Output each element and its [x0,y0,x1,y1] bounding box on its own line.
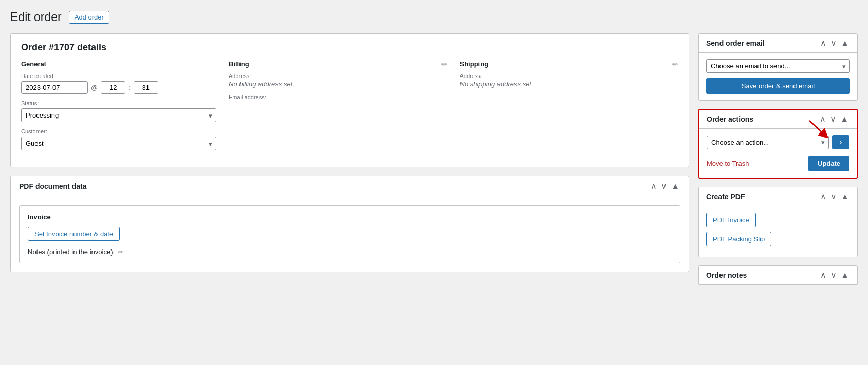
send-email-collapse-up[interactable]: ∧ [819,39,827,47]
email-select[interactable]: Choose an email to send... New order Pro… [706,59,850,73]
billing-section-title: Billing [229,60,448,68]
notes-label: Notes (printed in the invoice): [28,248,115,256]
order-notes-collapse-arrow[interactable]: ▲ [840,271,850,279]
shipping-section: Shipping ✏ Address: No shipping address … [460,60,679,157]
create-pdf-collapse-down[interactable]: ∨ [829,193,838,201]
shipping-section-title: Shipping [460,60,679,68]
order-details-card: Order #1707 details General Date created… [10,33,689,167]
shipping-address-label: Address: [460,73,679,79]
create-pdf-title: Create PDF [706,193,745,201]
create-pdf-collapse-arrow[interactable]: ▲ [840,193,850,201]
general-section-title: General [21,60,216,68]
billing-address-value: No billing address set. [229,80,448,88]
billing-section: Billing ✏ Address: No billing address se… [229,60,448,157]
create-pdf-collapse-up[interactable]: ∧ [819,193,827,201]
order-details-title: Order #1707 details [11,34,689,60]
order-notes-title: Order notes [706,271,747,279]
date-created-input[interactable] [21,81,88,94]
billing-edit-icon[interactable]: ✏ [441,60,448,68]
send-email-collapse-arrow[interactable]: ▲ [840,39,850,47]
send-email-button[interactable]: Save order & send email [706,78,850,94]
page-title: Edit order [10,10,62,24]
pdf-packing-slip-button[interactable]: PDF Packing Slip [706,232,771,246]
create-pdf-card: Create PDF ∧ ∨ ▲ PDF Invoice PDF Packing… [698,187,858,257]
status-label: Status: [21,100,216,106]
move-to-trash-link[interactable]: Move to Trash [707,160,749,167]
general-section: General Date created: @ : [21,60,216,157]
order-actions-collapse-arrow[interactable]: ▲ [839,115,849,123]
billing-email-label: Email address: [229,94,448,100]
hour-input[interactable] [101,81,125,94]
date-created-label: Date created: [21,73,216,79]
customer-label: Customer: [21,128,216,135]
status-select[interactable]: Processing Pending payment On hold Compl… [21,108,216,122]
send-order-email-title: Send order email [706,39,765,47]
pdf-document-card: PDF document data ∧ ∨ ▲ Invoice Set Invo… [10,176,689,272]
minute-input[interactable] [134,81,158,94]
order-notes-card: Order notes ∧ ∨ ▲ [698,265,858,285]
shipping-edit-icon[interactable]: ✏ [672,60,678,68]
action-select[interactable]: Choose an action... Email invoice / orde… [707,136,829,149]
notes-pencil-icon[interactable]: ✏ [118,248,123,256]
order-notes-collapse-up[interactable]: ∧ [819,271,827,279]
customer-select[interactable]: Guest [21,137,216,150]
invoice-box: Invoice Set Invoice number & date Notes … [19,205,680,263]
update-button[interactable]: Update [808,156,849,171]
set-invoice-button[interactable]: Set Invoice number & date [28,227,120,241]
shipping-address-value: No shipping address set. [460,80,679,88]
order-actions-title: Order actions [707,115,753,123]
pdf-document-title: PDF document data [19,182,86,190]
send-email-collapse-down[interactable]: ∨ [829,39,838,47]
invoice-title: Invoice [28,213,672,221]
order-actions-collapse-up[interactable]: ∧ [819,115,827,123]
collapse-arrow-icon[interactable]: ▲ [670,182,680,190]
order-actions-collapse-down[interactable]: ∨ [829,115,837,123]
order-actions-card: Order actions ∧ ∨ ▲ [698,109,858,179]
order-notes-collapse-down[interactable]: ∨ [829,271,838,279]
add-order-button[interactable]: Add order [69,11,109,24]
billing-address-label: Address: [229,73,448,79]
at-symbol: @ [91,84,98,91]
collapse-down-icon[interactable]: ∨ [660,182,668,190]
collapse-up-icon[interactable]: ∧ [650,182,658,190]
pdf-invoice-button[interactable]: PDF Invoice [706,213,756,227]
colon-symbol: : [128,84,131,91]
send-order-email-card: Send order email ∧ ∨ ▲ Choose an email t… [698,33,858,101]
action-run-button[interactable]: › [832,135,849,149]
